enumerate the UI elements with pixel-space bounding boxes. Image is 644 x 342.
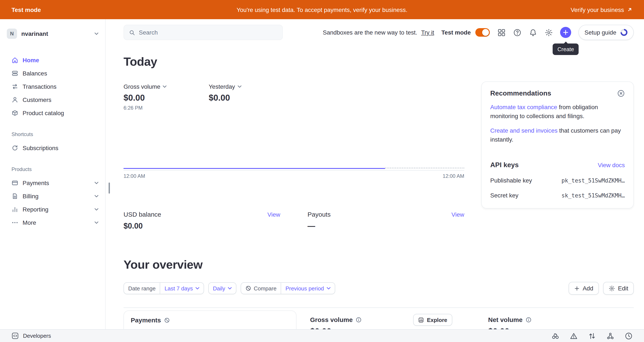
recommendation-item: Create and send invoices that customers … bbox=[490, 126, 625, 144]
sidebar: N nvarinant Home Balances Transactions bbox=[0, 19, 106, 342]
sidebar-item-reporting[interactable]: Reporting bbox=[0, 203, 105, 216]
sidebar-item-home[interactable]: Home bbox=[0, 53, 105, 67]
sidebar-item-product-catalog[interactable]: Product catalog bbox=[0, 106, 105, 119]
sidebar-item-label: Reporting bbox=[22, 206, 48, 213]
sidebar-item-more[interactable]: More bbox=[0, 216, 105, 229]
sidebar-item-subscriptions[interactable]: Subscriptions bbox=[0, 141, 105, 154]
publishable-key-row: Publishable key pk_test_51SwMdZKMH… bbox=[490, 177, 625, 184]
add-widget-button[interactable]: Add bbox=[568, 282, 599, 295]
axis-label-end: 12:00 AM bbox=[443, 173, 464, 179]
compare-label: Compare bbox=[254, 285, 276, 291]
view-docs-link[interactable]: View docs bbox=[598, 162, 625, 168]
usd-balance-amount: $0.00 bbox=[124, 222, 280, 231]
test-mode-toggle[interactable] bbox=[476, 28, 490, 37]
compare-value[interactable]: Previous period bbox=[281, 283, 334, 294]
toggle-knob bbox=[482, 29, 489, 36]
payouts-view-link[interactable]: View bbox=[452, 211, 464, 218]
setup-guide-button[interactable]: Setup guide bbox=[578, 25, 634, 40]
yesterday-metric: Yesterday $0.00 bbox=[209, 83, 294, 111]
info-icon bbox=[526, 317, 532, 323]
more-dots-icon bbox=[12, 219, 18, 226]
dismiss-recommendations-button[interactable] bbox=[617, 90, 625, 97]
subscriptions-icon bbox=[12, 144, 18, 151]
mini-chart-icon bbox=[418, 317, 424, 323]
developers-icon bbox=[12, 332, 19, 339]
help-button[interactable] bbox=[513, 28, 522, 37]
today-heading: Today bbox=[124, 55, 634, 69]
overview-heading: Your overview bbox=[124, 258, 634, 272]
inspect-button[interactable] bbox=[552, 332, 559, 340]
sidebar-nav: Home Balances Transactions Customers Pro… bbox=[0, 53, 105, 119]
usd-balance-block: USD balance View $0.00 bbox=[124, 211, 280, 231]
chevron-down-icon bbox=[94, 208, 98, 211]
sandboxes-try-it-link[interactable]: Try it bbox=[421, 29, 434, 36]
compare-filter[interactable]: Compare Previous period bbox=[240, 282, 335, 294]
main: Sandboxes are the new way to test. Try i… bbox=[106, 19, 644, 342]
test-mode-banner: Test mode You're using test data. To acc… bbox=[0, 0, 644, 19]
explore-button[interactable]: Explore bbox=[413, 314, 452, 326]
webhooks-nodes-icon bbox=[606, 332, 614, 340]
usd-balance-view-link[interactable]: View bbox=[268, 211, 280, 218]
developers-bar: Developers bbox=[0, 329, 644, 342]
apps-grid-button[interactable] bbox=[497, 28, 506, 37]
webhooks-button[interactable] bbox=[606, 332, 614, 340]
create-button-wrapper: Create bbox=[560, 27, 572, 38]
publishable-key-label: Publishable key bbox=[490, 177, 532, 184]
date-range-filter[interactable]: Date range Last 7 days bbox=[124, 282, 204, 294]
yesterday-selector[interactable]: Yesterday bbox=[209, 83, 294, 90]
plus-icon bbox=[574, 285, 580, 291]
billing-icon bbox=[12, 193, 18, 199]
api-keys-title: API keys bbox=[490, 161, 518, 169]
payouts-label: Payouts bbox=[308, 211, 330, 218]
edit-overview-button[interactable]: Edit bbox=[603, 282, 634, 295]
sidebar-item-billing[interactable]: Billing bbox=[0, 189, 105, 203]
developers-button[interactable]: Developers bbox=[12, 332, 51, 339]
verify-business-label: Verify your business bbox=[570, 6, 624, 13]
chevron-down-icon bbox=[326, 287, 330, 290]
search-bar[interactable] bbox=[124, 25, 283, 40]
notifications-button[interactable] bbox=[529, 28, 537, 37]
sidebar-resize-handle[interactable] bbox=[108, 183, 110, 194]
external-link-icon bbox=[627, 7, 632, 12]
secret-key-value[interactable]: sk_test_51SwMdZKMH… bbox=[562, 192, 625, 199]
settings-button[interactable] bbox=[544, 28, 553, 37]
home-icon bbox=[12, 57, 18, 63]
date-range-label: Date range bbox=[124, 283, 160, 294]
chevron-down-icon bbox=[163, 85, 167, 88]
main-content: Today Gross volume $0.00 6:26 PM bbox=[106, 46, 644, 342]
sidebar-item-customers[interactable]: Customers bbox=[0, 93, 105, 106]
create-send-invoices-link[interactable]: Create and send invoices bbox=[490, 127, 558, 134]
events-button[interactable] bbox=[625, 332, 632, 340]
payments-icon bbox=[12, 179, 18, 186]
gross-volume-selector[interactable]: Gross volume bbox=[124, 83, 209, 90]
chevron-down-icon bbox=[228, 287, 232, 290]
search-input[interactable] bbox=[139, 29, 277, 36]
gross-volume-chart bbox=[124, 114, 464, 170]
sidebar-item-label: Balances bbox=[22, 70, 47, 77]
account-avatar: N bbox=[7, 29, 17, 39]
setup-guide-label: Setup guide bbox=[584, 29, 616, 36]
account-name: nvarinant bbox=[21, 30, 48, 37]
create-button[interactable] bbox=[560, 27, 572, 38]
automate-tax-compliance-link[interactable]: Automate tax compliance bbox=[490, 104, 557, 110]
stripe-dashboard: Test mode You're using test data. To acc… bbox=[0, 0, 644, 342]
sidebar-item-label: Billing bbox=[22, 193, 38, 199]
sidebar-item-label: Subscriptions bbox=[22, 144, 58, 151]
verify-business-link[interactable]: Verify your business bbox=[570, 6, 632, 13]
sidebar-item-transactions[interactable]: Transactions bbox=[0, 80, 105, 93]
gross-volume-time: 6:26 PM bbox=[124, 105, 209, 111]
sidebar-item-balances[interactable]: Balances bbox=[0, 67, 105, 80]
api-requests-button[interactable] bbox=[588, 332, 596, 340]
app-body: N nvarinant Home Balances Transactions bbox=[0, 19, 644, 342]
granularity-filter[interactable]: Daily bbox=[208, 282, 236, 294]
publishable-key-value[interactable]: pk_test_51SwMdZKMH… bbox=[562, 178, 625, 184]
sidebar-item-payments[interactable]: Payments bbox=[0, 176, 105, 189]
granularity-value: Daily bbox=[213, 285, 225, 291]
account-switcher[interactable]: N nvarinant bbox=[0, 25, 105, 42]
chevron-down-icon bbox=[94, 32, 98, 35]
errors-button[interactable] bbox=[570, 332, 578, 340]
gross-volume-metric: Gross volume $0.00 6:26 PM bbox=[124, 83, 209, 111]
apps-grid-icon bbox=[498, 28, 506, 37]
chart-baseline bbox=[124, 170, 464, 170]
date-range-value[interactable]: Last 7 days bbox=[160, 283, 204, 294]
